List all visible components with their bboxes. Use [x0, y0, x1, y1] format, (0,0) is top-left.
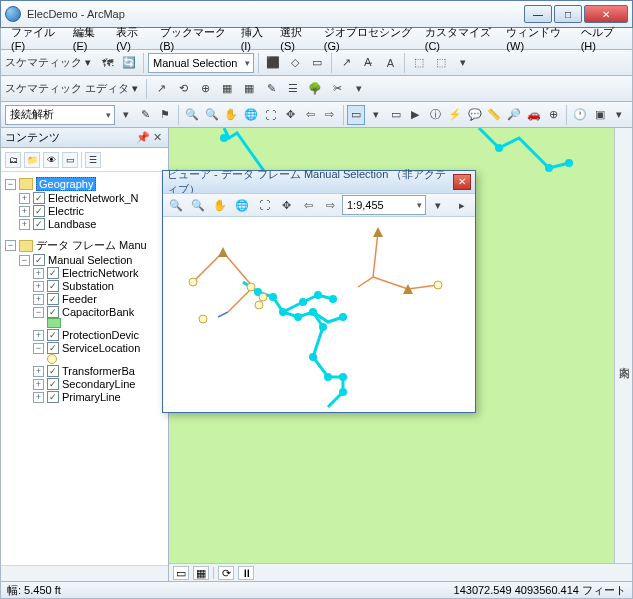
dropdown-icon[interactable]: ▾	[428, 195, 448, 215]
edit-icon[interactable]: ✎	[137, 105, 155, 125]
viewer-close-button[interactable]: ✕	[453, 174, 471, 190]
tool-icon[interactable]: ▭	[307, 53, 327, 73]
clear-selection-icon[interactable]: ▭	[387, 105, 405, 125]
viewer-window[interactable]: ビューア - データ フレーム Manual Selection （非アクティブ…	[162, 170, 476, 413]
editor-icon[interactable]: ✂	[327, 79, 347, 99]
layout-view-tab[interactable]: ▦	[193, 566, 209, 580]
editor-icon[interactable]: ▦	[217, 79, 237, 99]
zoom-in-icon[interactable]: 🔍	[166, 195, 186, 215]
checkbox[interactable]: ✓	[47, 267, 59, 279]
tool-icon[interactable]: ◇	[285, 53, 305, 73]
dropdown-icon[interactable]: ▾	[349, 79, 369, 99]
editor-icon[interactable]: 🌳	[305, 79, 325, 99]
menu-bookmark[interactable]: ブックマーク(B)	[154, 23, 235, 54]
goto-xy-icon[interactable]: ⊕	[545, 105, 563, 125]
checkbox[interactable]: ✓	[47, 306, 59, 318]
checkbox[interactable]: ✓	[33, 254, 45, 266]
pin-icon[interactable]: 📌	[136, 131, 150, 144]
expand-icon[interactable]: +	[33, 268, 44, 279]
editor-icon[interactable]: ↗	[151, 79, 171, 99]
tree-item[interactable]: TransformerBa	[62, 365, 135, 377]
select-features-icon[interactable]: ▭	[347, 105, 365, 125]
tool-icon[interactable]: A	[380, 53, 400, 73]
expand-icon[interactable]: +	[33, 366, 44, 377]
tree-item[interactable]: Substation	[62, 280, 114, 292]
time-slider-icon[interactable]: 🕐	[571, 105, 589, 125]
checkbox[interactable]: ✓	[47, 391, 59, 403]
tree-item[interactable]: Electric	[48, 205, 84, 217]
collapse-icon[interactable]: −	[5, 240, 16, 251]
viewer-icon[interactable]: ▣	[591, 105, 609, 125]
editor-icon[interactable]: ▦	[239, 79, 259, 99]
pan-icon[interactable]: ✋	[210, 195, 230, 215]
tree-item[interactable]: ServiceLocation	[62, 342, 140, 354]
collapse-icon[interactable]: −	[33, 343, 44, 354]
expand-icon[interactable]: +	[33, 330, 44, 341]
globe-icon[interactable]: 🌐	[242, 105, 260, 125]
refresh-icon[interactable]: ⟳	[218, 566, 234, 580]
tool-icon[interactable]: ↗	[336, 53, 356, 73]
more-icon[interactable]: ▸	[452, 195, 472, 215]
tree-item[interactable]: Manual Selection	[48, 254, 132, 266]
editor-icon[interactable]: ✎	[261, 79, 281, 99]
zoom-in-icon[interactable]: 🔍	[183, 105, 201, 125]
menu-insert[interactable]: 挿入(I)	[235, 23, 275, 54]
viewer-scale-combo[interactable]: 1:9,455	[342, 195, 426, 215]
zoom-out-icon[interactable]: 🔍	[203, 105, 221, 125]
menu-file[interactable]: ファイル(F)	[5, 23, 67, 54]
expand-icon[interactable]: +	[19, 193, 30, 204]
dropdown-icon[interactable]: ▾	[367, 105, 385, 125]
find-icon[interactable]: 🔎	[505, 105, 523, 125]
checkbox[interactable]: ✓	[33, 192, 45, 204]
list-by-visibility-icon[interactable]: 👁	[43, 152, 59, 168]
tool-icon[interactable]: ⬚	[431, 53, 451, 73]
tree-item[interactable]: CapacitorBank	[62, 306, 134, 318]
expand-icon[interactable]: +	[33, 392, 44, 403]
dropdown-icon[interactable]: ▾	[117, 105, 135, 125]
measure-icon[interactable]: 📏	[485, 105, 503, 125]
full-extent-icon[interactable]: ⛶	[262, 105, 280, 125]
expand-icon[interactable]: +	[33, 379, 44, 390]
menu-edit[interactable]: 編集(E)	[67, 23, 110, 54]
editor-icon[interactable]: ⟲	[173, 79, 193, 99]
toolbar-label-editor[interactable]: スケマティック エディタ ▾	[5, 81, 138, 96]
full-extent-icon[interactable]: ⛶	[254, 195, 274, 215]
tree-item[interactable]: ProtectionDevic	[62, 329, 139, 341]
close-panel-icon[interactable]: ✕	[150, 131, 164, 144]
checkbox[interactable]: ✓	[47, 365, 59, 377]
toc-scrollbar[interactable]	[1, 565, 168, 581]
toolbar-label-schematic[interactable]: スケマティック ▾	[5, 55, 91, 70]
editor-icon[interactable]: ⊕	[195, 79, 215, 99]
checkbox[interactable]: ✓	[47, 329, 59, 341]
identify-icon[interactable]: ⓘ	[426, 105, 444, 125]
menu-window[interactable]: ウィンドウ(W)	[500, 23, 574, 54]
options-icon[interactable]: ☰	[85, 152, 101, 168]
tool-icon[interactable]: ⬚	[409, 53, 429, 73]
tree-item[interactable]: Landbase	[48, 218, 96, 230]
pointer-icon[interactable]: ▶	[407, 105, 425, 125]
zoom-out-icon[interactable]: 🔍	[188, 195, 208, 215]
tree-item[interactable]: ElectricNetwork_N	[48, 192, 138, 204]
list-by-drawing-icon[interactable]: 🗂	[5, 152, 21, 168]
expand-icon[interactable]: +	[33, 281, 44, 292]
menu-view[interactable]: 表示(V)	[110, 23, 153, 54]
collapse-icon[interactable]: −	[19, 255, 30, 266]
viewer-map[interactable]	[163, 217, 475, 412]
menu-select[interactable]: 選択(S)	[274, 23, 317, 54]
pause-icon[interactable]: ⏸	[238, 566, 254, 580]
expand-icon[interactable]: +	[19, 206, 30, 217]
side-tab[interactable]: 案内	[614, 128, 632, 581]
tree-item[interactable]: Feeder	[62, 293, 97, 305]
editor-icon[interactable]: ☰	[283, 79, 303, 99]
checkbox[interactable]: ✓	[33, 205, 45, 217]
toc-tree[interactable]: −Geography +✓ElectricNetwork_N +✓Electri…	[1, 172, 168, 565]
tree-item-dataframe[interactable]: データ フレーム Manu	[36, 238, 147, 253]
globe-icon[interactable]: 🌐	[232, 195, 252, 215]
dropdown-icon[interactable]: ▾	[453, 53, 473, 73]
collapse-icon[interactable]: −	[5, 179, 16, 190]
next-extent-icon[interactable]: ⇨	[320, 195, 340, 215]
schematic-layer-combo[interactable]: Manual Selection	[148, 53, 254, 73]
checkbox[interactable]: ✓	[47, 378, 59, 390]
maximize-button[interactable]: □	[554, 5, 582, 23]
tool-icon[interactable]: A̶	[358, 53, 378, 73]
